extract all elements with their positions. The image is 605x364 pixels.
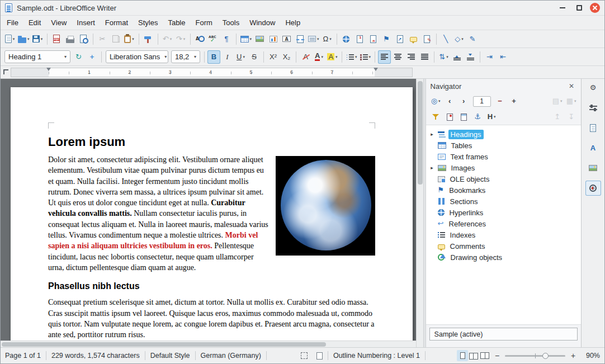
navigator-item-drawing-objects[interactable]: Drawing objects <box>426 252 581 263</box>
sidebar-tab-navigator-deck[interactable] <box>585 181 601 196</box>
set-reminder-button[interactable] <box>443 110 456 124</box>
menu-help[interactable]: Help <box>280 16 305 30</box>
promote-level-button[interactable]: ↥ <box>551 110 564 124</box>
previous-button[interactable]: ‹ <box>443 94 456 108</box>
sidebar-tab-properties[interactable] <box>585 100 601 115</box>
sidebar-tab-styles-deck[interactable]: A <box>585 140 601 155</box>
zoom-slider[interactable] <box>505 355 565 357</box>
tab-stop-selector-icon[interactable] <box>3 69 8 74</box>
book-view-button[interactable] <box>479 350 490 361</box>
print-preview-button[interactable] <box>77 32 90 46</box>
dropdown-arrow-icon[interactable]: ▾ <box>461 37 464 41</box>
decrease-paragraph-spacing-button[interactable] <box>464 50 477 64</box>
outline-numbering-status[interactable]: Outline Numbering : Level 1 <box>333 352 420 360</box>
header-button[interactable] <box>457 110 470 124</box>
align-right-button[interactable] <box>405 50 418 64</box>
dropdown-arrow-icon[interactable]: ▾ <box>27 37 30 41</box>
page-number-status[interactable]: Page 1 of 1 <box>5 352 41 360</box>
find-replace-button[interactable] <box>193 32 206 46</box>
multi-page-view-button[interactable] <box>468 350 479 361</box>
dropdown-arrow-icon[interactable]: ▾ <box>438 99 441 103</box>
increase-paragraph-spacing-button[interactable] <box>451 50 464 64</box>
menu-edit[interactable]: Edit <box>23 16 46 30</box>
increase-indent-button[interactable]: ⇥ <box>483 50 496 64</box>
underline-button[interactable]: U▾ <box>234 50 247 64</box>
spin-increment-button[interactable]: + <box>508 94 521 108</box>
menu-insert[interactable]: Insert <box>72 16 100 30</box>
track-changes-button[interactable] <box>420 32 433 46</box>
next-button[interactable]: › <box>457 94 470 108</box>
decrease-indent-button[interactable]: ⇤ <box>497 50 509 64</box>
justify-button[interactable] <box>418 50 431 64</box>
dropdown-arrow-icon[interactable]: ▾ <box>574 99 576 103</box>
close-icon[interactable]: ✕ <box>566 82 576 90</box>
menu-view[interactable]: View <box>46 16 72 30</box>
minimize-button[interactable] <box>556 2 569 14</box>
navigator-item-headings[interactable]: ▸Headings <box>426 129 581 140</box>
save-status-icon[interactable] <box>316 352 323 360</box>
dropdown-arrow-icon[interactable]: ▾ <box>13 37 15 41</box>
dropdown-arrow-icon[interactable]: ▾ <box>183 37 186 41</box>
navigator-item-tables[interactable]: Tables <box>426 140 581 151</box>
insert-bookmark-button[interactable]: ⚑ <box>380 32 393 46</box>
page-style-status[interactable]: Default Style <box>150 352 190 360</box>
show-draw-functions-button[interactable]: ✎ <box>466 32 479 46</box>
dropdown-arrow-icon[interactable]: ▾ <box>250 37 252 41</box>
dropdown-arrow-icon[interactable]: ▾ <box>560 99 563 103</box>
update-style-button[interactable]: ↻ <box>72 50 85 64</box>
export-pdf-button[interactable] <box>50 32 63 46</box>
chevron-down-icon[interactable]: ▾ <box>194 54 196 59</box>
bold-button[interactable]: B <box>207 50 220 64</box>
right-indent-marker[interactable] <box>374 68 378 71</box>
cut-button[interactable]: ✂ <box>96 32 109 46</box>
navigator-item-indexes[interactable]: Indexes <box>426 229 581 240</box>
sidebar-tab-gallery-deck[interactable] <box>585 160 601 176</box>
zoom-percentage[interactable]: 90% <box>580 352 600 360</box>
insert-special-character-button[interactable]: Ω▾ <box>321 32 334 46</box>
selection-mode-icon[interactable] <box>301 352 308 359</box>
dropdown-arrow-icon[interactable]: ▾ <box>321 55 323 59</box>
zoom-slider-thumb[interactable] <box>542 353 549 359</box>
redo-button[interactable]: ↷▾ <box>174 32 187 46</box>
clear-formatting-button[interactable]: A <box>299 50 312 64</box>
paragraph-style-select[interactable]: Heading 1 ▾ <box>4 50 70 63</box>
left-indent-marker[interactable] <box>46 68 51 71</box>
horizontal-ruler[interactable]: 1234567 <box>11 68 413 77</box>
insert-cross-reference-button[interactable] <box>394 32 407 46</box>
highlight-color-button[interactable]: A▾ <box>326 50 339 64</box>
zoom-out-icon[interactable]: − <box>494 351 500 360</box>
basic-shapes-button[interactable]: ◇▾ <box>453 32 466 46</box>
clone-formatting-button[interactable] <box>142 32 155 46</box>
menu-format[interactable]: Format <box>100 16 133 30</box>
dropdown-arrow-icon[interactable]: ▾ <box>446 55 448 59</box>
earth-image[interactable] <box>276 156 375 256</box>
vertical-scrollbar-track[interactable] <box>417 79 423 341</box>
chevron-down-icon[interactable]: ▾ <box>64 54 67 59</box>
insert-hyperlink-button[interactable] <box>340 32 353 46</box>
insert-field-button[interactable]: ▾ <box>307 32 320 46</box>
vertical-scrollbar-thumb[interactable] <box>418 81 423 185</box>
heading-levels-button[interactable]: H▾ <box>485 110 498 124</box>
maximize-button[interactable] <box>573 2 585 14</box>
superscript-button[interactable]: X² <box>267 50 280 64</box>
open-button[interactable]: ▾ <box>17 32 31 46</box>
save-button[interactable]: ▾ <box>31 32 44 46</box>
language-status[interactable]: German (Germany) <box>201 352 261 360</box>
close-button[interactable] <box>590 3 600 13</box>
menu-styles[interactable]: Styles <box>133 16 163 30</box>
menu-window[interactable]: Window <box>244 16 280 30</box>
new-document-button[interactable]: ▾ <box>3 32 16 46</box>
menu-file[interactable]: File <box>2 16 23 30</box>
dropdown-arrow-icon[interactable]: ▾ <box>494 115 496 119</box>
font-color-button[interactable]: A▾ <box>313 50 325 64</box>
insert-image-button[interactable] <box>253 32 266 46</box>
insert-chart-button[interactable] <box>267 32 280 46</box>
italic-button[interactable]: I <box>221 50 234 64</box>
navigator-item-images[interactable]: ▸Images <box>426 162 581 173</box>
word-count-status[interactable]: 229 words, 1,574 characters <box>51 352 140 360</box>
navigator-item-comments[interactable]: Comments <box>426 240 581 252</box>
dropdown-arrow-icon[interactable]: ▾ <box>329 37 332 41</box>
sidebar-tab-sidebar-settings[interactable]: ⚙ <box>585 80 601 95</box>
chevron-down-icon[interactable]: ▾ <box>164 54 167 59</box>
zoom-in-icon[interactable]: + <box>570 351 576 360</box>
